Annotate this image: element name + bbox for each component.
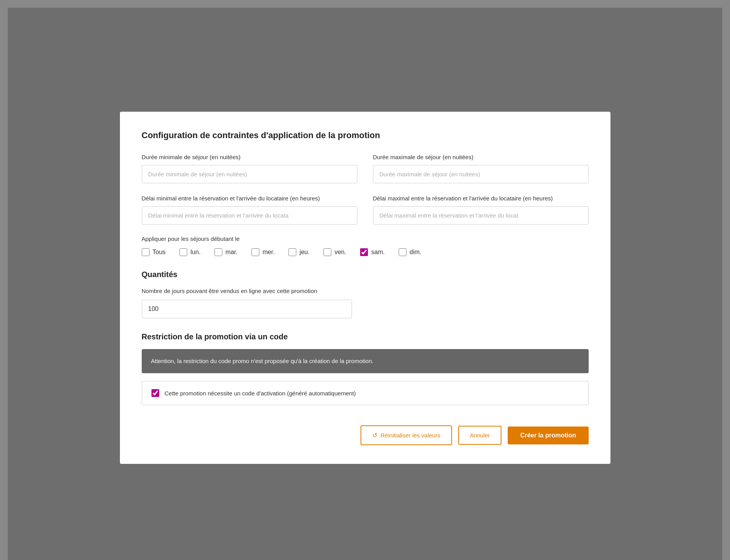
create-button[interactable]: Créer la promotion <box>508 427 588 444</box>
main-title: Configuration de contraintes d'applicati… <box>142 130 589 140</box>
min-stay-group: Durée minimale de séjour (en nuitées) <box>142 153 357 183</box>
day-label-sam[interactable]: sam. <box>371 249 385 256</box>
min-stay-input[interactable] <box>142 165 357 183</box>
day-item-mer: mer. <box>252 248 274 256</box>
day-label-tous[interactable]: Tous <box>153 249 166 256</box>
qty-label: Nombre de jours pouvant être vendus en l… <box>142 287 589 295</box>
reset-icon: ↺ <box>372 432 377 439</box>
day-label-dim[interactable]: dim. <box>410 249 421 256</box>
min-delay-group: Délai minimal entre la réservation et l'… <box>142 194 357 225</box>
max-stay-group: Durée maximale de séjour (en nuitées) <box>373 153 589 183</box>
day-item-lun: lun. <box>179 248 201 256</box>
activation-code-checkbox[interactable] <box>151 389 159 397</box>
modal-container: Configuration de contraintes d'applicati… <box>120 112 610 464</box>
day-label-lun[interactable]: lun. <box>190 249 201 256</box>
delay-row: Délai minimal entre la réservation et l'… <box>142 194 589 225</box>
qty-input[interactable] <box>142 300 352 318</box>
stay-duration-row: Durée minimale de séjour (en nuitées) Du… <box>142 153 589 183</box>
days-section: Appliquer pour les séjours débutant le T… <box>142 235 589 256</box>
day-item-mar: mar. <box>215 248 237 256</box>
max-stay-label: Durée maximale de séjour (en nuitées) <box>373 153 589 161</box>
quantities-section: Quantités Nombre de jours pouvant être v… <box>142 270 589 318</box>
reset-button-label: Réinitialiser les valeurs <box>380 432 440 439</box>
min-delay-label: Délai minimal entre la réservation et l'… <box>142 194 357 202</box>
day-label-jeu[interactable]: jeu. <box>299 249 310 256</box>
max-stay-input[interactable] <box>373 165 589 183</box>
day-checkbox-dim[interactable] <box>399 248 406 256</box>
days-checkboxes: Touslun.mar.mer.jeu.ven.sam.dim. <box>142 248 589 256</box>
reset-button[interactable]: ↺ Réinitialiser les valeurs <box>361 425 452 445</box>
alert-box: Attention, la restriction du code promo … <box>142 349 589 374</box>
day-checkbox-ven[interactable] <box>324 248 331 256</box>
day-label-ven[interactable]: ven. <box>334 249 346 256</box>
max-delay-label: Délai maximal entre la réservation et l'… <box>373 194 589 202</box>
max-delay-input[interactable] <box>373 206 589 225</box>
restriction-title: Restriction de la promotion via un code <box>142 332 589 341</box>
day-checkbox-mer[interactable] <box>252 248 259 256</box>
quantities-title: Quantités <box>142 270 589 279</box>
max-delay-group: Délai maximal entre la réservation et l'… <box>373 194 589 225</box>
day-item-sam: sam. <box>360 248 385 256</box>
day-checkbox-lun[interactable] <box>179 248 187 256</box>
day-checkbox-sam[interactable] <box>360 248 368 256</box>
footer-actions: ↺ Réinitialiser les valeurs Annuler Crée… <box>142 421 589 445</box>
checkbox-card-label[interactable]: Cette promotion nécessite un code d'acti… <box>165 390 356 397</box>
day-item-tous: Tous <box>142 248 166 256</box>
alert-text: Attention, la restriction du code promo … <box>151 357 579 366</box>
day-checkbox-jeu[interactable] <box>288 248 296 256</box>
day-checkbox-mar[interactable] <box>215 248 222 256</box>
day-label-mar[interactable]: mar. <box>225 249 237 256</box>
day-item-jeu: jeu. <box>288 248 310 256</box>
checkbox-card: Cette promotion nécessite un code d'acti… <box>142 381 589 405</box>
day-item-dim: dim. <box>399 248 421 256</box>
days-apply-label: Appliquer pour les séjours débutant le <box>142 235 589 242</box>
min-delay-input[interactable] <box>142 206 357 225</box>
day-label-mer[interactable]: mer. <box>262 249 274 256</box>
restriction-section: Restriction de la promotion via un code … <box>142 332 589 406</box>
min-stay-label: Durée minimale de séjour (en nuitées) <box>142 153 357 161</box>
day-item-ven: ven. <box>324 248 346 256</box>
cancel-button[interactable]: Annuler <box>458 426 502 445</box>
day-checkbox-tous[interactable] <box>142 248 150 256</box>
modal-overlay: Configuration de contraintes d'applicati… <box>8 8 722 560</box>
